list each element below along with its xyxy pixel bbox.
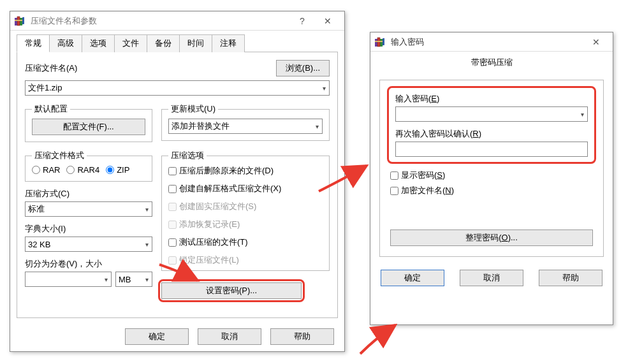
- profiles-button[interactable]: 配置文件(F)...: [32, 119, 145, 135]
- format-zip[interactable]: ZIP: [106, 165, 129, 175]
- split-unit-select[interactable]: [115, 272, 152, 287]
- opt-delete-after[interactable]: 压缩后删除原来的文件(D): [168, 165, 316, 177]
- dialog-title: 输入密码: [391, 36, 583, 48]
- update-mode-legend: 更新模式(U): [168, 103, 218, 115]
- tab-files[interactable]: 文件: [114, 34, 147, 52]
- titlebar: 输入密码 ✕: [370, 33, 613, 52]
- archive-params-dialog: 压缩文件名和参数 ? ✕ 常规 高级 选项 文件 备份 时间 注释 压缩文件名(…: [10, 11, 345, 352]
- method-label: 压缩方式(C): [25, 188, 152, 200]
- opt-lock: 锁定压缩文件(L): [168, 254, 316, 266]
- tab-time[interactable]: 时间: [179, 34, 212, 52]
- help-button[interactable]: 帮助: [270, 328, 334, 345]
- format-rar[interactable]: RAR: [32, 165, 60, 175]
- archive-name-input[interactable]: [25, 80, 330, 96]
- dict-label: 字典大小(I): [25, 223, 152, 235]
- titlebar: 压缩文件名和参数 ? ✕: [10, 11, 344, 31]
- set-password-button[interactable]: 设置密码(P)...: [161, 282, 302, 299]
- method-select[interactable]: [25, 201, 152, 217]
- cancel-button[interactable]: 取消: [460, 270, 523, 286]
- tab-general[interactable]: 常规: [17, 34, 50, 52]
- password-confirm-input[interactable]: [395, 142, 588, 157]
- help-button[interactable]: ?: [289, 12, 315, 30]
- tab-advanced[interactable]: 高级: [49, 34, 82, 52]
- password-section: 输入密码(E) ▾ 再次输入密码以确认(R) 显示密码(S): [379, 80, 604, 257]
- password-header: 带密码压缩: [370, 52, 613, 73]
- opt-test[interactable]: 测试压缩的文件(T): [168, 237, 316, 248]
- opt-recovery: 添加恢复记录(E): [168, 219, 316, 230]
- tab-panel-general: 压缩文件名(A) 浏览(B)... ▾ 默认配置 配置文件(F)... 更新模式…: [17, 52, 338, 318]
- format-group: 压缩文件格式 RAR RAR4 ZIP: [25, 150, 152, 182]
- reenter-password-label: 再次输入密码以确认(R): [395, 128, 588, 140]
- default-profile-group: 默认配置 配置文件(F)...: [25, 103, 152, 142]
- default-profile-legend: 默认配置: [32, 103, 70, 115]
- opt-solid: 创建固实压缩文件(S): [168, 201, 316, 212]
- app-icon: [374, 36, 386, 48]
- ok-button[interactable]: 确定: [381, 270, 444, 286]
- app-icon: [14, 15, 26, 27]
- opt-sfx[interactable]: 创建自解压格式压缩文件(X): [168, 183, 316, 194]
- compress-options-group: 压缩选项 压缩后删除原来的文件(D) 创建自解压格式压缩文件(X) 创建固实压缩…: [161, 150, 330, 271]
- archive-name-label: 压缩文件名(A): [25, 62, 77, 74]
- dialog-buttons: 确定 取消 帮助: [10, 323, 344, 354]
- password-input[interactable]: [395, 106, 588, 122]
- update-mode-group: 更新模式(U) ▾: [161, 103, 330, 141]
- password-dialog: 输入密码 ✕ 带密码压缩 输入密码(E) ▾ 再次输入密码以确认(R): [370, 32, 613, 325]
- cancel-button[interactable]: 取消: [198, 328, 261, 345]
- enter-password-label: 输入密码(E): [395, 93, 588, 105]
- close-button[interactable]: ✕: [315, 12, 340, 30]
- dialog-title: 压缩文件名和参数: [31, 15, 289, 27]
- show-password-check[interactable]: 显示密码(S): [390, 170, 587, 181]
- dict-select[interactable]: [25, 237, 152, 252]
- tab-options[interactable]: 选项: [82, 34, 115, 52]
- format-rar4[interactable]: RAR4: [66, 165, 99, 175]
- compress-options-legend: 压缩选项: [168, 150, 207, 161]
- encrypt-names-check[interactable]: 加密文件名(N): [390, 185, 587, 196]
- tabs: 常规 高级 选项 文件 备份 时间 注释: [17, 34, 338, 52]
- ok-button[interactable]: 确定: [125, 328, 189, 345]
- organize-passwords-button[interactable]: 整理密码(O)...: [390, 229, 593, 246]
- close-button[interactable]: ✕: [583, 33, 609, 51]
- split-label: 切分为分卷(V)，大小: [25, 258, 152, 270]
- update-mode-select[interactable]: [168, 119, 323, 134]
- split-size-input[interactable]: [25, 272, 112, 287]
- format-legend: 压缩文件格式: [32, 150, 87, 161]
- tab-backup[interactable]: 备份: [147, 34, 180, 52]
- browse-button[interactable]: 浏览(B)...: [276, 60, 330, 76]
- tab-comment[interactable]: 注释: [212, 34, 245, 52]
- help-button[interactable]: 帮助: [539, 270, 602, 286]
